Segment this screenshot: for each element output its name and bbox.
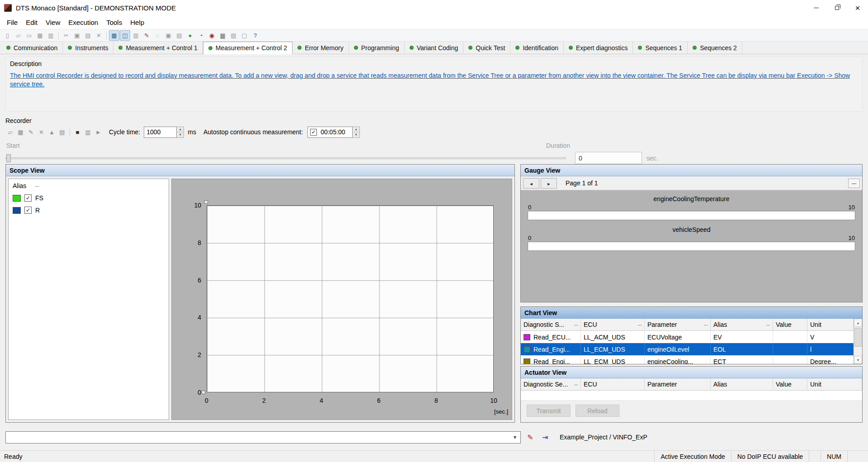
y-axis-handle-bottom[interactable] <box>202 391 205 394</box>
spin-down-icon[interactable] <box>353 132 359 137</box>
film-icon[interactable]: ▥ <box>83 127 93 137</box>
spin-up-icon[interactable] <box>177 127 184 132</box>
edit-pen-icon[interactable]: ✎ <box>142 30 152 41</box>
column-header-unit[interactable]: Unit <box>807 319 854 330</box>
cycle-time-input[interactable]: 1000 <box>144 127 177 138</box>
column-header-ecu[interactable]: ECU <box>581 378 645 390</box>
service-combobox[interactable] <box>5 431 521 443</box>
scroll-down-icon[interactable] <box>854 356 862 364</box>
column-menu-icon[interactable] <box>35 182 39 189</box>
y-axis-handle-top[interactable] <box>204 200 208 204</box>
column-menu-icon[interactable] <box>766 321 770 328</box>
tab-quick-test[interactable]: Quick Test <box>463 42 510 54</box>
column-header-parameter[interactable]: Parameter <box>645 378 711 390</box>
autostop-checkbox[interactable] <box>310 129 317 136</box>
edit-recording-icon[interactable]: ✎ <box>26 127 36 137</box>
film-export-icon[interactable]: ► <box>94 127 103 137</box>
scope-plot-area[interactable] <box>207 205 494 392</box>
clear-recording-icon[interactable]: ✕ <box>37 127 46 137</box>
column-header-unit[interactable]: Unit <box>807 378 862 390</box>
snapshot-icon[interactable]: ▤ <box>57 127 67 137</box>
signal-row-fs[interactable]: FS <box>13 194 165 202</box>
export-recording-icon[interactable]: ▲ <box>47 127 57 137</box>
cards-icon[interactable]: ▤ <box>174 30 184 41</box>
menu-edit[interactable]: Edit <box>22 16 42 28</box>
save-icon[interactable]: ▦ <box>35 30 45 41</box>
pie-chart-icon[interactable]: ◔ <box>196 30 206 41</box>
column-menu-icon[interactable] <box>574 321 578 328</box>
view-split-icon[interactable]: ◫ <box>120 30 130 41</box>
scope-chart[interactable]: 10 8 6 4 2 0 0 2 4 <box>171 179 512 420</box>
chart-table-row[interactable]: Read_ECU... LL_ACM_UDS ECUVoltage EV V <box>521 331 854 343</box>
menu-view[interactable]: View <box>42 16 64 28</box>
tab-instruments[interactable]: Instruments <box>63 42 113 54</box>
menu-file[interactable]: File <box>3 16 22 28</box>
delete-icon[interactable]: ✕ <box>94 30 104 41</box>
reload-button[interactable]: Reload <box>576 405 619 417</box>
chart-icon[interactable]: ▆ <box>217 30 228 41</box>
column-header-value[interactable]: Value <box>773 319 807 330</box>
menu-tools[interactable]: Tools <box>102 16 126 28</box>
column-header-service[interactable]: Diagnostic S... <box>521 319 581 330</box>
windows-icon[interactable]: ▣ <box>163 30 174 41</box>
spin-up-icon[interactable] <box>353 127 359 132</box>
transmit-button[interactable]: Transmit <box>527 405 571 417</box>
signal-checkbox[interactable] <box>24 194 32 202</box>
scroll-up-icon[interactable] <box>854 319 862 327</box>
cycle-time-spinner[interactable] <box>177 127 184 138</box>
scope-alias-list[interactable]: Alias FS R <box>8 179 169 420</box>
collapse-button[interactable] <box>848 179 860 188</box>
combobox-dropdown-icon[interactable] <box>509 432 520 443</box>
menu-help[interactable]: Help <box>126 16 148 28</box>
notes-icon[interactable]: ▢ <box>239 30 250 41</box>
autostop-field[interactable]: 00:05:00 <box>307 127 353 138</box>
scrollbar-thumb[interactable] <box>854 328 862 347</box>
record-icon[interactable]: ◉ <box>207 30 217 41</box>
open-folder-icon[interactable]: ▭ <box>24 30 34 41</box>
tab-identification[interactable]: Identification <box>510 42 564 54</box>
column-menu-icon[interactable] <box>638 321 642 328</box>
column-menu-icon[interactable] <box>574 381 578 388</box>
tab-sequences-1[interactable]: Sequences 1 <box>633 42 688 54</box>
recording-progress-slider[interactable] <box>5 154 566 163</box>
help-icon[interactable]: ? <box>250 30 260 41</box>
next-page-button[interactable] <box>541 178 557 189</box>
view-columns-icon[interactable]: ▥ <box>131 30 141 41</box>
column-header-parameter[interactable]: Parameter <box>645 319 711 330</box>
close-button[interactable] <box>847 0 868 15</box>
column-header-value[interactable]: Value <box>773 378 807 390</box>
new-document-icon[interactable]: ▯ <box>2 30 13 41</box>
autostop-spinner[interactable] <box>353 127 360 138</box>
scrollbar-track[interactable] <box>854 327 862 356</box>
tab-programming[interactable]: Programming <box>349 42 405 54</box>
stop-icon[interactable]: ■ <box>73 127 82 137</box>
column-header-alias[interactable]: Alias <box>711 319 773 330</box>
green-status-icon[interactable]: ● <box>185 30 195 41</box>
tab-error-memory[interactable]: Error Memory <box>292 42 349 54</box>
column-header-ecu[interactable]: ECU <box>581 319 645 330</box>
edit-pen-icon[interactable] <box>525 432 536 443</box>
prev-page-button[interactable] <box>523 178 539 189</box>
column-header-service[interactable]: Diagnostic Se... <box>521 378 581 390</box>
tab-communication[interactable]: Communication <box>1 42 63 54</box>
spin-down-icon[interactable] <box>177 132 184 137</box>
view-grid-icon[interactable]: ▦ <box>109 30 119 41</box>
tab-sequences-2[interactable]: Sequences 2 <box>688 42 742 54</box>
copy-icon[interactable]: ▣ <box>72 30 82 41</box>
signal-checkbox[interactable] <box>24 207 32 214</box>
cut-icon[interactable]: ✂ <box>61 30 71 41</box>
menu-execution[interactable]: Execution <box>64 16 102 28</box>
description-link-text[interactable]: The HMI control Recorder is designed to … <box>10 71 858 89</box>
slider-thumb[interactable] <box>6 154 11 162</box>
save-all-icon[interactable]: ▥ <box>46 30 56 41</box>
chart-table-scrollbar[interactable] <box>854 319 862 364</box>
restore-button[interactable] <box>826 0 847 15</box>
save-recording-icon[interactable]: ▦ <box>16 127 25 137</box>
open-project-icon[interactable]: ▱ <box>13 30 24 41</box>
tab-measurement-control-2[interactable]: Measurement + Control 2 <box>203 42 292 54</box>
tab-variant-coding[interactable]: Variant Coding <box>405 42 464 54</box>
paste-icon[interactable]: ▤ <box>83 30 93 41</box>
column-menu-icon[interactable] <box>704 321 708 328</box>
column-header-alias[interactable]: Alias <box>711 378 773 390</box>
tab-expert-diagnostics[interactable]: Expert diagnostics <box>564 42 633 54</box>
